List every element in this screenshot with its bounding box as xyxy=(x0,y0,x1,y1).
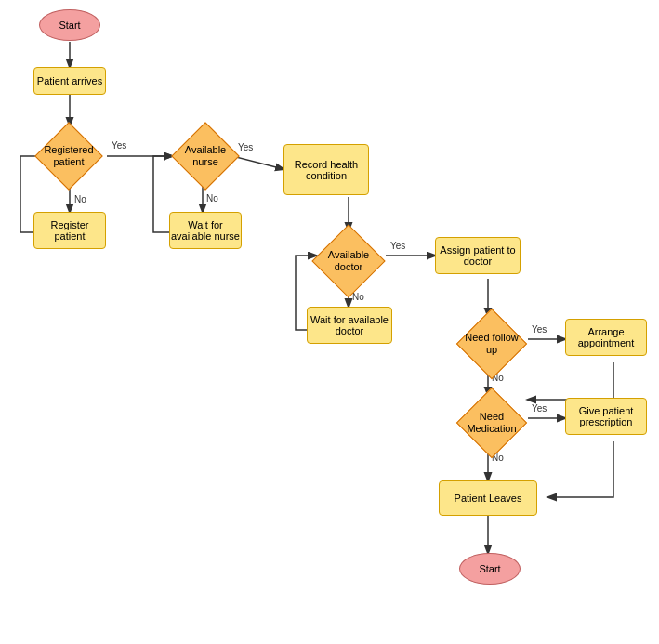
need-medication-node: Need Medication xyxy=(455,392,528,453)
give-prescription-node: Give patient prescription xyxy=(565,398,647,435)
need-followup-node: Need follow up xyxy=(455,313,528,375)
start-node: Start xyxy=(39,9,100,41)
available-nurse-node: Available nurse xyxy=(169,125,242,187)
arrange-appointment-node: Arrange appointment xyxy=(565,319,647,356)
record-health-node: Record health condition xyxy=(283,144,369,195)
svg-text:Yes: Yes xyxy=(532,324,547,335)
assign-doctor-node: Assign patient to doctor xyxy=(435,237,521,274)
patient-arrives-node: Patient arrives xyxy=(33,67,106,95)
registered-patient-node: Registered patient xyxy=(33,125,105,187)
svg-text:Yes: Yes xyxy=(112,140,126,151)
register-patient-node: Register patient xyxy=(33,212,106,249)
svg-text:Yes: Yes xyxy=(390,241,405,251)
available-doctor-node: Available doctor xyxy=(307,230,390,292)
svg-text:No: No xyxy=(352,292,364,302)
flowchart: Yes No Yes No Yes No Yes No Yes No Start… xyxy=(0,0,659,644)
svg-text:No: No xyxy=(74,194,86,204)
wait-nurse-node: Wait for available nurse xyxy=(169,212,242,249)
svg-text:Yes: Yes xyxy=(532,403,547,414)
svg-text:No: No xyxy=(206,193,218,204)
end-node: Start xyxy=(459,553,521,585)
patient-leaves-node: Patient Leaves xyxy=(439,480,537,516)
wait-doctor-node: Wait for available doctor xyxy=(307,307,392,344)
